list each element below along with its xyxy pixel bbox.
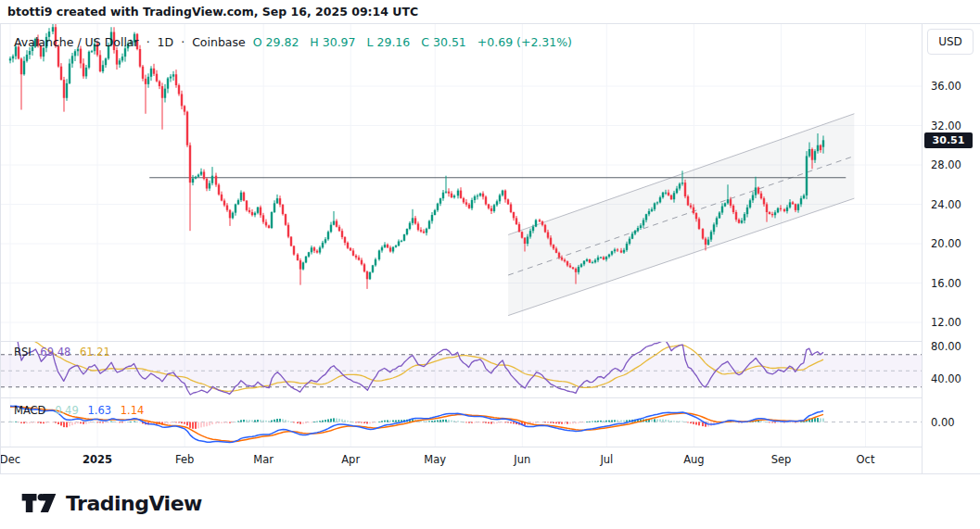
axis-tick-label: 80.00 xyxy=(931,340,961,353)
macd-signal-value: 1.14 xyxy=(121,404,145,417)
open-value: 29.82 xyxy=(266,35,299,49)
high-label: H xyxy=(310,35,318,49)
close-label: C xyxy=(421,35,429,49)
macd-hist-value: 0.49 xyxy=(55,404,79,417)
time-axis-label: May xyxy=(414,453,455,466)
attribution-text: btotti9 created with TradingView.com, Se… xyxy=(7,5,418,19)
axis-tick-label: 36.00 xyxy=(931,80,961,93)
time-axis-label: Mar xyxy=(243,453,284,466)
axis-tick-label: 28.00 xyxy=(931,158,961,171)
axis-tick-label: 32.00 xyxy=(931,120,961,132)
axis-tick-label: 0.00 xyxy=(931,416,955,429)
time-axis-label: Dec xyxy=(1,453,31,466)
pane-separator[interactable] xyxy=(1,341,979,342)
change-value: +0.69 (+2.31%) xyxy=(477,35,572,49)
time-axis-label: Sep xyxy=(760,453,801,466)
tradingview-wordmark: TradingView xyxy=(66,492,202,515)
legend-dot: · xyxy=(146,35,150,49)
rsi-value: 69.48 xyxy=(40,346,70,359)
pane-separator[interactable] xyxy=(1,397,979,398)
tradingview-brand[interactable]: TradingView xyxy=(20,487,202,519)
time-axis-label: Apr xyxy=(330,453,371,466)
low-label: L xyxy=(367,35,374,49)
interval-label[interactable]: 1D xyxy=(158,35,174,49)
tradingview-logo-icon xyxy=(20,487,57,519)
chart-canvas[interactable] xyxy=(1,24,922,447)
legend-dot: · xyxy=(181,35,185,49)
currency-toggle-button[interactable]: USD xyxy=(927,29,974,55)
time-axis-label: Feb xyxy=(164,453,205,466)
rsi-label[interactable]: RSI xyxy=(14,346,32,359)
close-value: 30.51 xyxy=(433,35,466,49)
time-axis-label: Aug xyxy=(673,453,714,466)
time-axis-label: Jul xyxy=(586,453,627,466)
high-value: 30.97 xyxy=(323,35,356,49)
axis-tick-label: 20.00 xyxy=(931,237,961,250)
time-axis[interactable]: Dec2025FebMarAprMayJunJulAugSepOct xyxy=(1,447,922,473)
time-axis-label: 2025 xyxy=(77,453,118,466)
rsi-ma-value: 61.21 xyxy=(80,346,110,359)
axis-tick-label: 40.00 xyxy=(931,372,961,385)
symbol-title[interactable]: Avalanche / US Dollar xyxy=(14,35,139,49)
axis-tick-label: 12.00 xyxy=(931,316,961,329)
rsi-legend: RSI 69.48 61.21 xyxy=(14,346,116,359)
low-value: 29.16 xyxy=(376,35,410,49)
axis-tick-label: 24.00 xyxy=(931,198,961,211)
axis-tick-label: 16.00 xyxy=(931,277,961,290)
time-axis-label: Jun xyxy=(502,453,542,466)
symbol-legend: Avalanche / US Dollar · 1D · Coinbase O2… xyxy=(14,35,576,49)
price-axis[interactable]: USD 30.51 36.0032.0028.0024.0020.0016.00… xyxy=(922,24,980,473)
macd-label[interactable]: MACD xyxy=(14,404,45,417)
open-label: O xyxy=(253,35,262,49)
macd-line-value: 1.63 xyxy=(87,404,111,417)
last-price-badge: 30.51 xyxy=(924,132,973,148)
exchange-label[interactable]: Coinbase xyxy=(192,35,246,49)
macd-legend: MACD 0.49 1.63 1.14 xyxy=(14,404,149,417)
chart-widget: Avalanche / US Dollar · 1D · Coinbase O2… xyxy=(0,23,980,474)
time-axis-label: Oct xyxy=(846,453,886,466)
